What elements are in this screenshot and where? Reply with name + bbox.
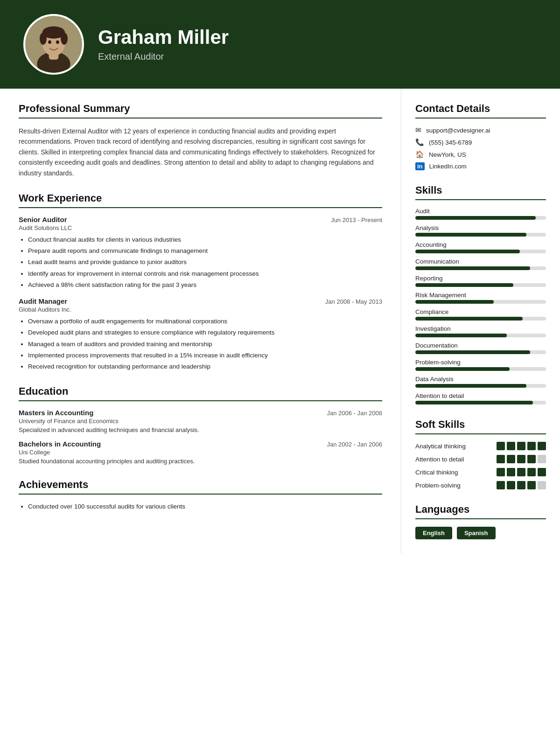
job-bullets: Conduct financial audits for clients in …: [19, 235, 382, 290]
edu-desc: Specialized in advanced auditing techniq…: [19, 426, 382, 433]
dot-filled: [527, 468, 536, 476]
right-column: Contact Details ✉support@cvdesigner.ai📞(…: [401, 89, 560, 553]
skill-name: Problem-solving: [415, 359, 546, 366]
skill-bar-fill: [415, 283, 513, 287]
achievements-section-title: Achievements: [19, 479, 382, 495]
soft-skill-name: Analytical thinking: [415, 443, 467, 450]
dot-filled: [538, 468, 546, 476]
skill-bar-bg: [415, 283, 546, 287]
edu-school: University of Finance and Economics: [19, 418, 382, 425]
skill-bar-fill: [415, 334, 507, 337]
job-date: Jun 2013 - Present: [331, 216, 382, 223]
edu-degree: Bachelors in Accounting: [19, 440, 101, 448]
skill-bar-fill: [415, 216, 536, 220]
edu-degree: Masters in Accounting: [19, 409, 93, 417]
soft-skill-name: Critical thinking: [415, 469, 467, 476]
job-bullet: Conduct financial audits for clients in …: [28, 235, 382, 244]
skill-bar-bg: [415, 216, 546, 220]
job-company: Audit Solutions LLC: [19, 224, 382, 231]
job-bullet: Implemented process improvements that re…: [28, 351, 382, 360]
contact-text: NewYork, US: [429, 151, 466, 158]
phone-icon: 📞: [415, 138, 424, 146]
language-badge: English: [415, 527, 452, 539]
skill-name: Documentation: [415, 342, 546, 349]
skill-bar-bg: [415, 401, 546, 404]
contact-section-title: Contact Details: [415, 103, 546, 119]
dot-filled: [497, 468, 505, 476]
soft-skill-item: Attention to detail: [415, 455, 546, 463]
skill-bar-bg: [415, 250, 546, 253]
soft-skills-section-title: Soft Skills: [415, 418, 546, 434]
skill-item: Investigation: [415, 325, 546, 337]
edu-school: Uni College: [19, 449, 382, 456]
dot-filled: [527, 442, 536, 450]
email-icon: ✉: [415, 126, 421, 134]
skill-name: Accounting: [415, 241, 546, 248]
skill-bar-fill: [415, 300, 494, 304]
achievements-list: Conducted over 100 successful audits for…: [19, 502, 382, 511]
dot-filled: [507, 442, 515, 450]
skill-bar-fill: [415, 317, 523, 321]
skill-bar-fill: [415, 367, 510, 371]
soft-skill-dots: [497, 442, 546, 450]
svg-point-5: [40, 33, 47, 45]
skill-item: Attention to detail: [415, 392, 546, 404]
main-content: Professional Summary Results-driven Exte…: [0, 89, 560, 553]
soft-skill-item: Analytical thinking: [415, 442, 546, 450]
skills-list: Audit Analysis Accounting Communication …: [415, 208, 546, 404]
contact-item: inLinkedIn.com: [415, 162, 546, 170]
skill-bar-bg: [415, 350, 546, 354]
dot-filled: [517, 468, 525, 476]
dot-filled: [527, 455, 536, 463]
soft-skill-name: Attention to detail: [415, 456, 467, 463]
dot-filled: [517, 442, 525, 450]
work-section-title: Work Experience: [19, 192, 382, 208]
skill-item: Accounting: [415, 241, 546, 253]
summary-text: Results-driven External Auditor with 12 …: [19, 126, 382, 178]
skill-name: Data Analysis: [415, 376, 546, 383]
skill-name: Analysis: [415, 224, 546, 231]
skill-bar-bg: [415, 334, 546, 337]
dot-filled: [507, 455, 515, 463]
skill-bar-bg: [415, 300, 546, 304]
skill-name: Risk Management: [415, 292, 546, 299]
skill-bar-fill: [415, 350, 530, 354]
dot-empty: [538, 455, 546, 463]
dot-filled: [538, 442, 546, 450]
job-bullet: Received recognition for outstanding per…: [28, 362, 382, 371]
skill-bar-fill: [415, 233, 526, 237]
job-company: Global Auditors Inc.: [19, 306, 382, 313]
languages-section-title: Languages: [415, 503, 546, 519]
location-icon: 🏠: [415, 150, 424, 159]
education-section-title: Education: [19, 385, 382, 401]
header-name: Graham Miller: [98, 27, 229, 48]
job-date: Jan 2008 - May 2013: [325, 298, 382, 305]
job-bullet: Lead audit teams and provide guidance to…: [28, 258, 382, 267]
skill-item: Data Analysis: [415, 376, 546, 388]
skill-name: Audit: [415, 208, 546, 215]
education-list: Masters in Accounting Jan 2006 - Jan 200…: [19, 409, 382, 465]
job-bullets: Oversaw a portfolio of audit engagements…: [19, 317, 382, 371]
skill-name: Attention to detail: [415, 392, 546, 399]
contact-text: support@cvdesigner.ai: [426, 127, 490, 134]
skill-item: Audit: [415, 208, 546, 220]
skill-bar-bg: [415, 367, 546, 371]
dot-filled: [497, 442, 505, 450]
skill-bar-bg: [415, 317, 546, 321]
job-entry: Audit Manager Jan 2008 - May 2013 Global…: [19, 297, 382, 371]
soft-skill-item: Problem-solving: [415, 481, 546, 489]
linkedin-icon: in: [415, 162, 425, 170]
job-bullet: Developed audit plans and strategies to …: [28, 328, 382, 337]
dot-filled: [507, 481, 515, 489]
education-entry: Masters in Accounting Jan 2006 - Jan 200…: [19, 409, 382, 433]
soft-skill-item: Critical thinking: [415, 468, 546, 476]
dot-filled: [497, 481, 505, 489]
left-column: Professional Summary Results-driven Exte…: [0, 89, 401, 553]
soft-skill-dots: [497, 468, 546, 476]
skill-bar-fill: [415, 384, 526, 388]
dot-filled: [527, 481, 536, 489]
skill-item: Analysis: [415, 224, 546, 237]
contact-item: 🏠NewYork, US: [415, 150, 546, 159]
education-entry: Bachelors in Accounting Jan 2002 - Jan 2…: [19, 440, 382, 465]
skill-item: Communication: [415, 258, 546, 270]
